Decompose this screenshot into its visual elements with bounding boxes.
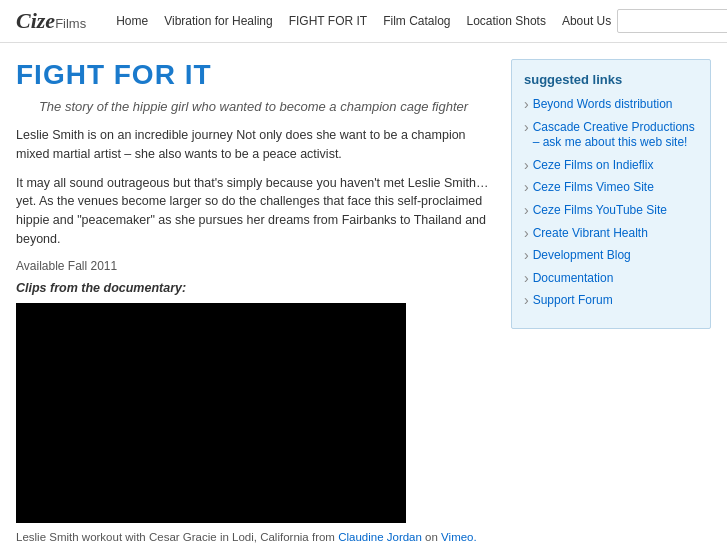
sidebar-link-7: Documentation xyxy=(524,271,698,287)
nav-shots[interactable]: Location Shots xyxy=(461,12,552,30)
sidebar-link-label-0[interactable]: Beyond Words distribution xyxy=(533,97,673,113)
suggested-links-box: suggested links Beyond Words distributio… xyxy=(511,59,711,329)
suggested-links-title: suggested links xyxy=(524,72,698,87)
sidebar-link-6: Development Blog xyxy=(524,248,698,264)
header: CizeFilms Home Vibration for Healing FIG… xyxy=(0,0,727,43)
nav-about[interactable]: About Us xyxy=(556,12,617,30)
nav-fightforit[interactable]: FIGHT FOR IT xyxy=(283,12,373,30)
page-subtitle: The story of the hippie girl who wanted … xyxy=(16,99,491,114)
sidebar-link-4: Ceze Films YouTube Site xyxy=(524,203,698,219)
vimeo-on: on xyxy=(425,531,438,543)
nav-home[interactable]: Home xyxy=(110,12,154,30)
paragraph-2: It may all sound outrageous but that's s… xyxy=(16,174,491,249)
nav-catalog[interactable]: Film Catalog xyxy=(377,12,456,30)
sidebar-link-3: Ceze Films Vimeo Site xyxy=(524,180,698,196)
logo[interactable]: CizeFilms xyxy=(16,8,86,34)
content-area: FIGHT FOR IT The story of the hippie gir… xyxy=(16,59,491,545)
sidebar-link-label-6[interactable]: Development Blog xyxy=(533,248,631,264)
vimeo-from: from xyxy=(312,531,335,543)
sidebar-link-1: Cascade Creative Productions – ask me ab… xyxy=(524,120,698,151)
sidebar-link-label-2[interactable]: Ceze Films on Indieflix xyxy=(533,158,654,174)
vimeo-author-link[interactable]: Claudine Jordan xyxy=(338,531,422,543)
available-date: Available Fall 2011 xyxy=(16,259,491,273)
main-layout: FIGHT FOR IT The story of the hippie gir… xyxy=(0,43,727,545)
sidebar-link-label-3[interactable]: Ceze Films Vimeo Site xyxy=(533,180,654,196)
sidebar-link-label-5[interactable]: Create Vibrant Health xyxy=(533,226,648,242)
clips-label: Clips from the documentary: xyxy=(16,281,491,295)
sidebar-link-5: Create Vibrant Health xyxy=(524,226,698,242)
sidebar-link-0: Beyond Words distribution xyxy=(524,97,698,113)
sidebar-link-label-1[interactable]: Cascade Creative Productions – ask me ab… xyxy=(533,120,698,151)
nav-healing[interactable]: Vibration for Healing xyxy=(158,12,279,30)
sidebar-link-label-8[interactable]: Support Forum xyxy=(533,293,613,309)
paragraph-1: Leslie Smith is on an incredible journey… xyxy=(16,126,491,164)
vimeo-text-before: Leslie Smith workout with Cesar Gracie i… xyxy=(16,531,309,543)
search-area: search xyxy=(617,9,727,33)
main-nav: Home Vibration for Healing FIGHT FOR IT … xyxy=(110,12,617,30)
sidebar-link-label-4[interactable]: Ceze Films YouTube Site xyxy=(533,203,667,219)
vimeo-site-link[interactable]: Vimeo. xyxy=(441,531,477,543)
sidebar-link-label-7[interactable]: Documentation xyxy=(533,271,614,287)
video-player-main[interactable] xyxy=(16,303,406,523)
sidebar: suggested links Beyond Words distributio… xyxy=(511,59,711,545)
search-input[interactable] xyxy=(617,9,727,33)
sidebar-link-8: Support Forum xyxy=(524,293,698,309)
vimeo-credit: Leslie Smith workout with Cesar Gracie i… xyxy=(16,531,491,543)
page-title: FIGHT FOR IT xyxy=(16,59,491,91)
sidebar-link-2: Ceze Films on Indieflix xyxy=(524,158,698,174)
